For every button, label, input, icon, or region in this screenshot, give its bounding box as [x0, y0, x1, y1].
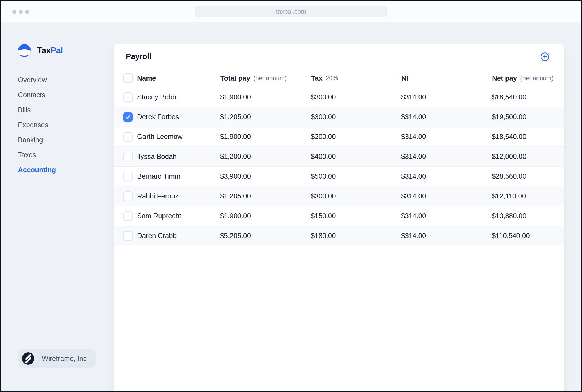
cell-name: Derek Forbes	[114, 112, 211, 122]
cell-net-pay: $19,500.00	[483, 113, 564, 121]
company-name: Wireframe, Inc	[42, 355, 87, 363]
app-body: TaxPal OverviewContactsBillsExpensesBank…	[1, 22, 581, 391]
cell-tax: $400.00	[302, 152, 392, 161]
cell-tax: $200.00	[302, 133, 392, 141]
window-controls	[12, 10, 29, 14]
window-dot-icon[interactable]	[19, 10, 23, 14]
table-row: Garth Leemow $1,900.00 $200.00 $314.00 $…	[114, 127, 564, 147]
cell-ni: $314.00	[392, 113, 483, 121]
url-text: taxpal.com	[276, 8, 306, 15]
cell-net-pay: $110,540.00	[483, 232, 564, 240]
cell-net-pay: $28,560.00	[483, 172, 564, 180]
table-row: Daren Crabb $5,205.00 $180.00 $314.00 $1…	[114, 226, 564, 246]
app-window: taxpal.com TaxPal OverviewContactsBillsE…	[0, 0, 582, 392]
sidebar-item-overview[interactable]: Overview	[18, 72, 114, 87]
cell-tax: $500.00	[302, 172, 392, 180]
table-row: Sam Ruprecht $1,900.00 $150.00 $314.00 $…	[114, 206, 564, 226]
cell-name: Garth Leemow	[114, 132, 211, 142]
brand-name: TaxPal	[37, 46, 63, 55]
employee-name: Sam Ruprecht	[137, 212, 181, 220]
wireframe-logo-icon	[22, 352, 34, 365]
header-cell-net-pay: Net pay (per annum)	[483, 69, 564, 87]
window-dot-icon[interactable]	[25, 10, 29, 14]
employee-name: Derek Forbes	[137, 113, 179, 121]
company-switcher[interactable]: Wireframe, Inc	[18, 349, 96, 368]
cell-total-pay: $5,205.00	[211, 232, 302, 240]
cell-ni: $314.00	[392, 93, 483, 101]
table-row: Ilyssa Bodah $1,200.00 $400.00 $314.00 $…	[114, 147, 564, 167]
window-dot-icon[interactable]	[12, 10, 16, 14]
cell-name: Daren Crabb	[114, 231, 211, 241]
cell-total-pay: $1,900.00	[211, 93, 302, 101]
row-checkbox[interactable]	[123, 92, 133, 102]
employee-name: Rabbi Ferouz	[137, 192, 179, 200]
cell-total-pay: $1,205.00	[211, 192, 302, 200]
sidebar-item-expenses[interactable]: Expenses	[18, 117, 114, 132]
cell-net-pay: $12,000.00	[483, 152, 564, 161]
employee-name: Stacey Bobb	[137, 93, 176, 101]
sidebar-item-taxes[interactable]: Taxes	[18, 147, 114, 162]
employee-name: Garth Leemow	[137, 133, 182, 141]
cell-tax: $150.00	[302, 212, 392, 220]
cell-ni: $314.00	[392, 172, 483, 180]
row-checkbox[interactable]	[123, 231, 133, 241]
cell-total-pay: $1,900.00	[211, 212, 302, 220]
taxpal-logo-icon	[18, 44, 31, 57]
header-cell-ni: NI	[392, 69, 483, 87]
add-row-button[interactable]	[540, 52, 550, 62]
header-cell-name: Name	[114, 69, 211, 87]
sidebar-nav: OverviewContactsBillsExpensesBankingTaxe…	[18, 72, 114, 177]
table-row: Bernard Timm $3,900.00 $500.00 $314.00 $…	[114, 167, 564, 186]
cell-ni: $314.00	[392, 133, 483, 141]
cell-net-pay: $18,540.00	[483, 133, 564, 141]
select-all-checkbox[interactable]	[123, 73, 133, 83]
row-checkbox[interactable]	[123, 172, 133, 181]
sidebar-item-banking[interactable]: Banking	[18, 132, 114, 147]
table-header-row: Name Total pay (per annum) Tax 20% NI	[114, 69, 564, 87]
plus-circle-icon	[540, 52, 549, 61]
cell-name: Sam Ruprecht	[114, 211, 211, 221]
header-cell-tax: Tax 20%	[302, 69, 392, 87]
header-cell-total-pay: Total pay (per annum)	[211, 69, 302, 87]
cell-net-pay: $12,110.00	[483, 192, 564, 200]
row-checkbox[interactable]	[123, 211, 133, 221]
brand[interactable]: TaxPal	[18, 44, 114, 57]
sidebar-item-contacts[interactable]: Contacts	[18, 87, 114, 102]
employee-name: Daren Crabb	[137, 232, 177, 240]
sidebar-item-bills[interactable]: Bills	[18, 102, 114, 117]
cell-ni: $314.00	[392, 212, 483, 220]
check-icon	[125, 114, 131, 120]
sidebar-item-accounting[interactable]: Accounting	[18, 162, 114, 177]
row-checkbox[interactable]	[123, 191, 133, 201]
cell-tax: $300.00	[302, 192, 392, 200]
cell-net-pay: $13,880.00	[483, 212, 564, 220]
table-row: Rabbi Ferouz $1,205.00 $300.00 $314.00 $…	[114, 186, 564, 206]
sidebar-spacer	[18, 177, 114, 349]
row-checkbox[interactable]	[123, 152, 133, 161]
cell-tax: $300.00	[302, 113, 392, 121]
page-title: Payroll	[126, 52, 151, 61]
url-bar[interactable]: taxpal.com	[195, 6, 387, 17]
payroll-table: Name Total pay (per annum) Tax 20% NI	[114, 69, 564, 246]
cell-ni: $314.00	[392, 152, 483, 161]
cell-name: Stacey Bobb	[114, 92, 211, 102]
cell-tax: $180.00	[302, 232, 392, 240]
cell-total-pay: $1,900.00	[211, 133, 302, 141]
cell-net-pay: $18,540.00	[483, 93, 564, 101]
table-row: Stacey Bobb $1,900.00 $300.00 $314.00 $1…	[114, 87, 564, 107]
card-header: Payroll	[114, 44, 564, 69]
cell-tax: $300.00	[302, 93, 392, 101]
table-body: Stacey Bobb $1,900.00 $300.00 $314.00 $1…	[114, 87, 564, 246]
cell-total-pay: $3,900.00	[211, 172, 302, 180]
payroll-card: Payroll Name	[114, 44, 564, 391]
cell-name: Ilyssa Bodah	[114, 152, 211, 161]
cell-ni: $314.00	[392, 192, 483, 200]
browser-topbar: taxpal.com	[1, 1, 581, 22]
cell-total-pay: $1,205.00	[211, 113, 302, 121]
employee-name: Bernard Timm	[137, 172, 180, 180]
main-area: Payroll Name	[114, 22, 581, 391]
cell-name: Bernard Timm	[114, 172, 211, 181]
row-checkbox[interactable]	[123, 112, 133, 122]
employee-name: Ilyssa Bodah	[137, 152, 177, 161]
row-checkbox[interactable]	[123, 132, 133, 142]
